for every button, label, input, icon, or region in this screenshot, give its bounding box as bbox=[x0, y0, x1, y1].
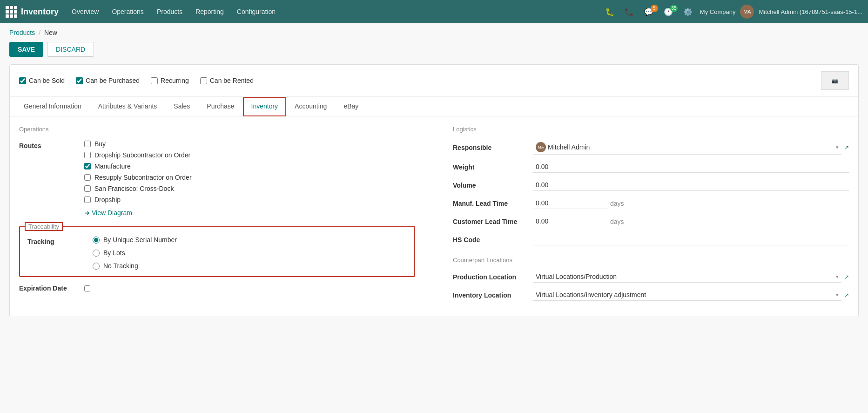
weight-input[interactable] bbox=[533, 161, 849, 173]
company-name[interactable]: My Company bbox=[700, 8, 736, 15]
tab-inventory[interactable]: Inventory bbox=[243, 97, 287, 116]
route-sf-cross-dock[interactable]: San Francisco: Cross-Dock bbox=[84, 185, 192, 192]
clock-badge: 35 bbox=[670, 5, 678, 12]
inventory-right-column: Logistics Responsible MA Mitchell Admin … bbox=[434, 126, 849, 307]
clock-icon[interactable]: 🕐 35 bbox=[661, 6, 676, 18]
tab-accounting[interactable]: Accounting bbox=[286, 97, 335, 116]
route-dropship-subcontractor[interactable]: Dropship Subcontractor on Order bbox=[84, 151, 192, 159]
customer-lead-time-unit: days bbox=[610, 218, 624, 225]
product-image[interactable]: 📷 bbox=[821, 71, 849, 90]
breadcrumb-current: New bbox=[44, 29, 57, 36]
hs-code-row: HS Code bbox=[453, 234, 849, 245]
tracking-radio-group: By Unique Serial Number By Lots No Track… bbox=[93, 236, 177, 270]
manuf-lead-time-unit: days bbox=[610, 200, 624, 207]
product-flags-row: Can be Sold Can be Purchased Recurring C… bbox=[10, 65, 858, 97]
customer-lead-time-label: Customer Lead Time bbox=[453, 218, 527, 225]
inventory-location-row: Inventory Location Virtual Locations/Inv… bbox=[453, 289, 849, 301]
inventory-location-external-link-icon[interactable]: ↗ bbox=[844, 292, 849, 298]
can-be-rented-checkbox[interactable]: Can be Rented bbox=[200, 77, 254, 84]
hs-code-value bbox=[533, 234, 849, 245]
traceability-section-title: Traceability bbox=[25, 222, 63, 231]
nav-right-section: 🐛 📞 💬 5 🕐 35 ⚙️ My Company MA Mitchell A… bbox=[602, 5, 862, 19]
responsible-row: Responsible MA Mitchell Admin ▾ ↗ bbox=[453, 140, 849, 155]
radio-by-lots[interactable]: By Lots bbox=[93, 249, 177, 257]
weight-row: Weight bbox=[453, 161, 849, 173]
can-be-sold-checkbox[interactable]: Can be Sold bbox=[19, 77, 65, 84]
manuf-lead-time-label: Manuf. Lead Time bbox=[453, 200, 527, 207]
tab-attributes-variants[interactable]: Attributes & Variants bbox=[90, 97, 166, 116]
nav-overview[interactable]: Overview bbox=[66, 0, 104, 23]
inventory-left-column: Operations Routes Buy Dropship Subcontra… bbox=[19, 126, 434, 307]
volume-input[interactable] bbox=[533, 179, 849, 191]
arrow-right-icon: ➜ bbox=[84, 209, 90, 217]
nav-operations[interactable]: Operations bbox=[106, 0, 149, 23]
settings-icon[interactable]: ⚙️ bbox=[680, 6, 695, 18]
route-dropship[interactable]: Dropship bbox=[84, 196, 192, 203]
user-name[interactable]: Mitchell Admin (16789751-saas-15-1... bbox=[759, 8, 862, 15]
bug-icon[interactable]: 🐛 bbox=[602, 6, 617, 18]
expiration-date-checkbox[interactable] bbox=[84, 285, 90, 291]
inventory-location-select[interactable]: Virtual Locations/Inventory adjustment ▾ bbox=[533, 289, 841, 301]
volume-row: Volume bbox=[453, 179, 849, 191]
manuf-lead-time-row: Manuf. Lead Time days bbox=[453, 197, 849, 209]
radio-by-serial[interactable]: By Unique Serial Number bbox=[93, 236, 177, 244]
nav-products[interactable]: Products bbox=[151, 0, 188, 23]
app-name: Inventory bbox=[21, 7, 59, 17]
responsible-label: Responsible bbox=[453, 144, 527, 151]
manuf-lead-time-value: days bbox=[533, 197, 849, 209]
tab-sales[interactable]: Sales bbox=[165, 97, 198, 116]
responsible-external-link-icon[interactable]: ↗ bbox=[844, 144, 849, 151]
traceability-section: Traceability Tracking By Unique Serial N… bbox=[19, 226, 415, 277]
save-button[interactable]: SAVE bbox=[9, 42, 43, 57]
app-logo[interactable]: Inventory bbox=[6, 6, 59, 18]
routes-checkboxes: Buy Dropship Subcontractor on Order Manu… bbox=[84, 140, 192, 217]
production-location-label: Production Location bbox=[453, 273, 527, 281]
inventory-location-value: Virtual Locations/Inventory adjustment ▾… bbox=[533, 289, 849, 301]
production-location-value: Virtual Locations/Production ▾ ↗ bbox=[533, 271, 849, 283]
recurring-checkbox[interactable]: Recurring bbox=[151, 77, 189, 84]
chat-badge: 5 bbox=[651, 5, 658, 12]
nav-configuration[interactable]: Configuration bbox=[231, 0, 281, 23]
hs-code-input[interactable] bbox=[533, 234, 849, 245]
route-buy[interactable]: Buy bbox=[84, 140, 192, 148]
production-location-select[interactable]: Virtual Locations/Production ▾ bbox=[533, 271, 841, 283]
avatar[interactable]: MA bbox=[740, 5, 754, 19]
chevron-down-icon-prod: ▾ bbox=[836, 274, 839, 280]
tab-ebay[interactable]: eBay bbox=[335, 97, 367, 116]
customer-lead-time-input[interactable] bbox=[533, 216, 607, 227]
tab-general-information[interactable]: General Information bbox=[15, 97, 90, 116]
routes-row: Routes Buy Dropship Subcontractor on Ord… bbox=[19, 140, 415, 217]
view-diagram-link[interactable]: ➜ View Diagram bbox=[84, 209, 192, 217]
expiration-date-row: Expiration Date bbox=[19, 284, 415, 292]
radio-no-tracking[interactable]: No Tracking bbox=[93, 262, 177, 270]
breadcrumb: Products / New bbox=[0, 23, 868, 40]
weight-label: Weight bbox=[453, 163, 527, 171]
customer-lead-time-row: Customer Lead Time days bbox=[453, 216, 849, 227]
responsible-value: MA Mitchell Admin ▾ ↗ bbox=[533, 140, 849, 155]
inventory-tab-content: Operations Routes Buy Dropship Subcontra… bbox=[10, 116, 858, 317]
route-manufacture[interactable]: Manufacture bbox=[84, 162, 192, 170]
route-resupply-subcontractor[interactable]: Resupply Subcontractor on Order bbox=[84, 174, 192, 181]
can-be-purchased-checkbox[interactable]: Can be Purchased bbox=[76, 77, 140, 84]
routes-label: Routes bbox=[19, 140, 75, 217]
volume-label: Volume bbox=[453, 182, 527, 189]
chevron-down-icon: ▾ bbox=[836, 144, 839, 150]
chat-icon[interactable]: 💬 5 bbox=[641, 6, 656, 18]
weight-value bbox=[533, 161, 849, 173]
production-location-external-link-icon[interactable]: ↗ bbox=[844, 274, 849, 280]
customer-lead-time-value: days bbox=[533, 216, 849, 227]
breadcrumb-parent[interactable]: Products bbox=[9, 29, 35, 36]
manuf-lead-time-input[interactable] bbox=[533, 197, 607, 209]
tab-purchase[interactable]: Purchase bbox=[198, 97, 242, 116]
production-location-row: Production Location Virtual Locations/Pr… bbox=[453, 271, 849, 283]
product-form: Can be Sold Can be Purchased Recurring C… bbox=[9, 64, 859, 317]
expiration-date-label: Expiration Date bbox=[19, 284, 75, 292]
action-bar: SAVE DISCARD bbox=[0, 40, 868, 64]
responsible-select[interactable]: MA Mitchell Admin ▾ bbox=[533, 140, 841, 155]
tracking-row: Tracking By Unique Serial Number By Lots bbox=[27, 236, 407, 270]
logistics-section-title: Logistics bbox=[453, 126, 849, 133]
discard-button[interactable]: DISCARD bbox=[47, 42, 94, 57]
nav-reporting[interactable]: Reporting bbox=[190, 0, 229, 23]
grid-icon bbox=[6, 6, 17, 18]
phone-icon[interactable]: 📞 bbox=[622, 6, 637, 18]
